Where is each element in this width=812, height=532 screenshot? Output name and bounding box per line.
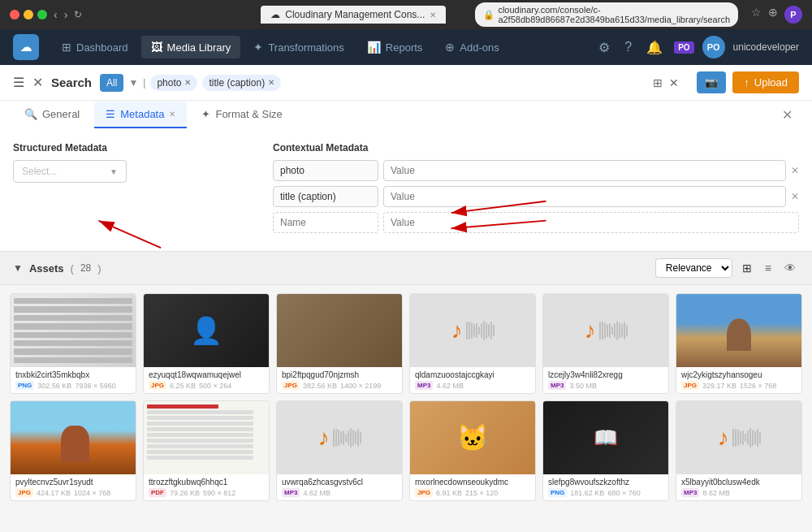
tag-photo-label: photo [157, 77, 181, 89]
asset-type: JPG [15, 488, 33, 497]
upload-button[interactable]: ↑ Upload [732, 71, 799, 93]
tab-metadata[interactable]: ☰ Metadata ✕ [94, 102, 187, 128]
list-view-icon[interactable]: ≡ [762, 260, 775, 276]
file-type-badge: PNG [548, 488, 567, 497]
asset-card[interactable]: pvyltecnvz5uvr1syudt JPG 424.17 KB 1024 … [10, 400, 136, 501]
remove-caption-tag-icon[interactable]: ✕ [268, 78, 274, 87]
metadata-add-row [273, 212, 799, 233]
asset-name: wjc2ykigtszyhansogeu [681, 370, 797, 379]
asset-info: slefpg8wvoufszkzofthz PNG 181.62 KB 680 … [543, 474, 668, 500]
remove-photo-tag-icon[interactable]: ✕ [184, 78, 191, 87]
profile-initial: P [790, 10, 796, 19]
search-panel: ☰ ✕ Search All ▼ | photo ✕ title (captio… [0, 65, 812, 252]
asset-size: 424.17 KB [37, 489, 71, 497]
remove-caption-row-icon[interactable]: ✕ [791, 191, 799, 202]
nav-item-addons[interactable]: ⊕ Add-ons [435, 36, 508, 58]
remove-photo-row-icon[interactable]: ✕ [791, 165, 799, 176]
asset-dims: 500 × 264 [199, 382, 231, 390]
asset-card[interactable]: 🐱 mxorlnecdownseoukydmc JPG 6.91 KB 215 … [409, 400, 536, 501]
browser-tab[interactable]: ☁ Cloudinary Management Cons... ✕ [261, 6, 446, 24]
extensions-icon[interactable]: ⊕ [768, 6, 778, 24]
fullscreen-dot[interactable] [37, 10, 47, 19]
file-type-badge: JPG [15, 488, 33, 497]
nav-label-transformations: Transformations [268, 41, 343, 54]
file-type-badge: JPG [282, 381, 300, 390]
asset-dims: 1526 × 768 [740, 382, 776, 390]
user-avatar[interactable]: PO [702, 36, 725, 58]
asset-size: 302.56 KB [37, 382, 71, 390]
filter-options-icon[interactable]: ⊞ [653, 76, 663, 89]
metadata-row-photo: photo ✕ [273, 160, 799, 181]
tab-close-icon[interactable]: ✕ [430, 11, 436, 19]
minimize-dot[interactable] [24, 10, 33, 19]
tab-format-size[interactable]: ✦ Format & Size [190, 102, 293, 128]
grid-view-icon[interactable]: ⊞ [739, 260, 755, 276]
nav-item-reports[interactable]: 📊 Reports [357, 36, 433, 58]
filter-all-dropdown[interactable]: All [100, 74, 123, 92]
general-icon: 🔍 [24, 108, 37, 120]
close-search-panel-icon[interactable]: ✕ [775, 101, 799, 129]
asset-card[interactable]: tnxbki2cirt35mkbqbx PNG 302.56 KB 7936 ×… [10, 293, 136, 394]
structured-metadata-select[interactable]: Select... ▼ [13, 160, 127, 183]
settings-icon[interactable]: ⚙ [595, 37, 613, 58]
tab-general-label: General [42, 108, 80, 120]
asset-size: 4.62 MB [436, 382, 464, 390]
bell-icon[interactable]: 🔔 [643, 37, 666, 58]
asset-dims: 1024 × 768 [74, 489, 110, 497]
upload-buttons: 📷 ↑ Upload [697, 71, 799, 93]
asset-thumbnail: 📖 [543, 401, 668, 474]
asset-card[interactable]: wjc2ykigtszyhansogeu JPG 329.17 KB 1526 … [676, 293, 802, 394]
asset-card[interactable]: 👤 ezyuqqt18wqwamuqejwel JPG 6.25 KB 500 … [143, 293, 270, 394]
asset-card[interactable]: ♪ uvwrqa6zhcasgvstv6cl MP3 4.62 MB [276, 400, 403, 501]
metadata-new-key-input[interactable] [273, 212, 378, 233]
asset-info: lzcejly3w4nli82xregg MP3 3.50 MB [543, 367, 668, 393]
search-close-button[interactable]: ✕ [32, 75, 43, 90]
sort-dropdown[interactable]: Relevance Date Name [655, 258, 732, 278]
assets-toggle-icon[interactable]: ▼ [13, 262, 23, 274]
metadata-value-caption-input[interactable] [383, 186, 786, 207]
asset-name: lzcejly3w4nli82xregg [548, 370, 663, 379]
help-icon[interactable]: ? [621, 37, 635, 58]
asset-card[interactable]: ♪ x5lbayyit0bclusw4edk MP3 8.62 MB [676, 400, 802, 501]
asset-card[interactable]: bpi2ftpqgud70njzmsh JPG 382.56 KB 1400 ×… [276, 293, 403, 394]
asset-thumbnail [277, 294, 402, 367]
search-header-actions: ⊞ ✕ [653, 76, 679, 89]
app-bar: ☁ ⊞ Dashboard 🖼 Media Library ✦ Transfor… [0, 29, 812, 65]
metadata-new-value-input[interactable] [383, 212, 799, 233]
nav-item-dashboard[interactable]: ⊞ Dashboard [52, 36, 138, 58]
reload-button[interactable]: ↻ [74, 9, 82, 20]
metadata-key-photo: photo [273, 160, 378, 181]
bookmark-icon[interactable]: ☆ [751, 6, 762, 24]
tab-metadata-close-icon[interactable]: ✕ [169, 110, 175, 119]
tab-general[interactable]: 🔍 General [13, 102, 91, 128]
structured-metadata-title: Structured Metadata [13, 142, 257, 154]
asset-name: ttrozzftgkubwq6hhqc1 [149, 478, 264, 487]
metadata-icon: ☰ [106, 108, 115, 120]
main-content: ☰ ✕ Search All ▼ | photo ✕ title (captio… [0, 65, 812, 532]
nav-item-media-library[interactable]: 🖼 Media Library [141, 36, 241, 58]
back-button[interactable]: ‹ [54, 8, 58, 21]
app-logo[interactable]: ☁ [13, 34, 39, 60]
forward-button[interactable]: › [64, 8, 68, 21]
asset-card[interactable]: 📖 slefpg8wvoufszkzofthz PNG 181.62 KB 68… [542, 400, 669, 501]
asset-size: 8.62 MB [702, 489, 730, 497]
asset-card[interactable]: ♪ qldamzuoostajccgkayi MP3 4.62 MB [409, 293, 536, 394]
url-bar[interactable]: 🔒 cloudinary.com/console/c-a2f58db89d866… [475, 2, 738, 27]
asset-size: 329.17 KB [702, 382, 736, 390]
addons-icon: ⊕ [445, 41, 455, 54]
assets-section: ▼ Assets ( 28 ) Relevance Date Name ⊞ ≡ … [0, 252, 812, 532]
clear-search-icon[interactable]: ✕ [669, 76, 679, 89]
nav-item-transformations[interactable]: ✦ Transformations [244, 36, 353, 58]
eye-icon[interactable]: 👁 [781, 260, 799, 276]
hamburger-icon[interactable]: ☰ [13, 75, 24, 90]
asset-name: mxorlnecdownseoukydmc [415, 478, 530, 487]
search-header: ☰ ✕ Search All ▼ | photo ✕ title (captio… [0, 65, 812, 101]
nav-label-addons: Add-ons [460, 41, 499, 54]
asset-name: x5lbayyit0bclusw4edk [681, 478, 797, 487]
close-dot[interactable] [10, 10, 19, 19]
metadata-value-photo-input[interactable] [383, 160, 786, 181]
profile-avatar[interactable]: P [784, 6, 802, 24]
upload-image-button[interactable]: 📷 [697, 71, 726, 93]
asset-card[interactable]: ♪ lzcejly3w4nli82xregg MP3 3.50 MB [542, 293, 669, 394]
asset-card[interactable]: ttrozzftgkubwq6hhqc1 PDF 79.26 KB 590 × … [143, 400, 270, 501]
